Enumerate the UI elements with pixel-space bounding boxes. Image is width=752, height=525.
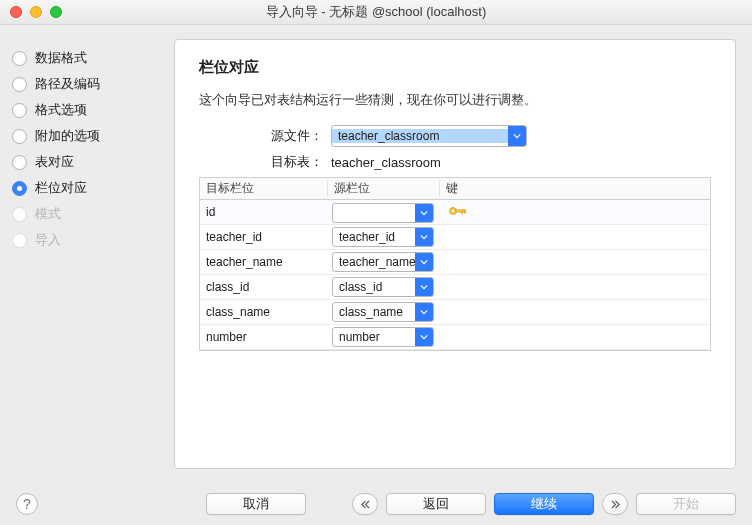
step-label: 导入 [35, 231, 61, 249]
grid-head-target: 目标栏位 [200, 180, 328, 197]
close-window-button[interactable] [10, 6, 22, 18]
source-column-cell: class_id [328, 277, 440, 297]
dropdown-arrow-icon [415, 278, 433, 296]
zoom-window-button[interactable] [50, 6, 62, 18]
minimize-window-button[interactable] [30, 6, 42, 18]
target-column-cell: class_id [200, 280, 328, 294]
step-label: 模式 [35, 205, 61, 223]
source-column-select[interactable]: teacher_name [332, 252, 434, 272]
step-label: 数据格式 [35, 49, 87, 67]
grid-row: numbernumber [200, 325, 710, 350]
source-file-select[interactable]: teacher_classroom [331, 125, 527, 147]
radio-icon [12, 233, 27, 248]
source-file-label: 源文件： [233, 127, 323, 145]
key-cell [440, 204, 476, 221]
radio-icon [12, 103, 27, 118]
grid-head-source: 源栏位 [328, 180, 440, 197]
step-additional-options[interactable]: 附加的选项 [12, 123, 158, 149]
source-column-select[interactable]: class_name [332, 302, 434, 322]
source-column-select[interactable]: teacher_id [332, 227, 434, 247]
step-label: 栏位对应 [35, 179, 87, 197]
continue-label: 继续 [531, 495, 557, 513]
step-label: 表对应 [35, 153, 74, 171]
first-page-button[interactable] [352, 493, 378, 515]
source-column-cell: number [328, 327, 440, 347]
grid-row: teacher_idteacher_id [200, 225, 710, 250]
panel-heading: 栏位对应 [199, 58, 711, 77]
back-button[interactable]: 返回 [386, 493, 486, 515]
last-page-button[interactable] [602, 493, 628, 515]
column-mapping-grid: 目标栏位 源栏位 键 idteacher_idteacher_idteacher… [199, 177, 711, 351]
cancel-label: 取消 [243, 495, 269, 513]
radio-icon [12, 129, 27, 144]
step-mode: 模式 [12, 201, 158, 227]
help-icon: ? [23, 496, 31, 512]
svg-rect-4 [464, 209, 466, 212]
window-title: 导入向导 - 无标题 @school (localhost) [0, 3, 752, 21]
chevron-double-right-icon [611, 500, 620, 509]
dropdown-arrow-icon [415, 303, 433, 321]
source-column-cell: teacher_id [328, 227, 440, 247]
step-import: 导入 [12, 227, 158, 253]
import-wizard-window: 导入向导 - 无标题 @school (localhost) 数据格式 路径及编… [0, 0, 752, 525]
source-file-value: teacher_classroom [332, 129, 508, 143]
source-column-value: class_id [333, 280, 415, 294]
step-table-mapping[interactable]: 表对应 [12, 149, 158, 175]
dropdown-arrow-icon [415, 204, 433, 222]
panel-description: 这个向导已对表结构运行一些猜测，现在你可以进行调整。 [199, 91, 711, 109]
source-column-cell: teacher_name [328, 252, 440, 272]
window-controls [10, 6, 62, 18]
grid-row: id [200, 200, 710, 225]
grid-head-key: 键 [440, 180, 476, 197]
svg-rect-2 [456, 209, 465, 211]
source-column-select[interactable]: number [332, 327, 434, 347]
source-column-cell [328, 201, 440, 223]
primary-key-icon [448, 204, 468, 221]
target-column-cell: id [200, 205, 328, 219]
continue-button[interactable]: 继续 [494, 493, 594, 515]
step-label: 格式选项 [35, 101, 87, 119]
source-column-cell: class_name [328, 302, 440, 322]
svg-point-1 [452, 209, 454, 211]
source-column-select[interactable] [332, 203, 434, 223]
chevron-double-left-icon [361, 500, 370, 509]
source-column-value: teacher_id [333, 230, 415, 244]
step-format-options[interactable]: 格式选项 [12, 97, 158, 123]
source-column-select[interactable]: class_id [332, 277, 434, 297]
step-column-mapping[interactable]: 栏位对应 [12, 175, 158, 201]
cancel-button[interactable]: 取消 [206, 493, 306, 515]
radio-icon [12, 77, 27, 92]
step-label: 路径及编码 [35, 75, 100, 93]
titlebar: 导入向导 - 无标题 @school (localhost) [0, 0, 752, 25]
source-column-value: teacher_name [333, 255, 415, 269]
svg-rect-3 [461, 209, 463, 213]
target-column-cell: teacher_name [200, 255, 328, 269]
grid-row: class_idclass_id [200, 275, 710, 300]
radio-selected-icon [12, 181, 27, 196]
grid-row: teacher_nameteacher_name [200, 250, 710, 275]
radio-icon [12, 51, 27, 66]
target-table-value: teacher_classroom [331, 155, 441, 170]
back-label: 返回 [423, 495, 449, 513]
help-button[interactable]: ? [16, 493, 38, 515]
start-button: 开始 [636, 493, 736, 515]
target-column-cell: teacher_id [200, 230, 328, 244]
source-column-value: number [333, 330, 415, 344]
start-label: 开始 [673, 495, 699, 513]
dropdown-arrow-icon [415, 253, 433, 271]
step-path-encoding[interactable]: 路径及编码 [12, 71, 158, 97]
grid-row: class_nameclass_name [200, 300, 710, 325]
radio-icon [12, 155, 27, 170]
step-data-format[interactable]: 数据格式 [12, 45, 158, 71]
dropdown-arrow-icon [508, 126, 526, 146]
source-column-value: class_name [333, 305, 415, 319]
dropdown-arrow-icon [415, 228, 433, 246]
target-table-label: 目标表： [233, 153, 323, 171]
grid-header: 目标栏位 源栏位 键 [200, 178, 710, 200]
column-mapping-panel: 栏位对应 这个向导已对表结构运行一些猜测，现在你可以进行调整。 源文件： tea… [174, 39, 736, 469]
dropdown-arrow-icon [415, 328, 433, 346]
step-label: 附加的选项 [35, 127, 100, 145]
target-column-cell: class_name [200, 305, 328, 319]
radio-icon [12, 207, 27, 222]
target-column-cell: number [200, 330, 328, 344]
